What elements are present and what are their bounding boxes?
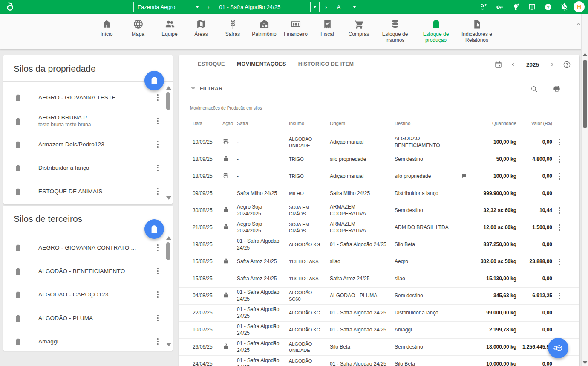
- filter-button[interactable]: FILTRAR: [190, 85, 222, 92]
- chevron-down-icon[interactable]: [310, 2, 319, 12]
- avatar[interactable]: H: [574, 1, 585, 12]
- next-year-icon[interactable]: [549, 61, 555, 67]
- nav-item-indicadores-e-relat-rios[interactable]: Indicadores e Relatórios: [456, 19, 497, 44]
- nav-item-financeiro[interactable]: Financeiro: [280, 19, 311, 38]
- more-options-icon[interactable]: [154, 163, 161, 173]
- production-movement-icon: [553, 343, 564, 354]
- field-selector[interactable]: A: [333, 2, 359, 12]
- more-options-icon[interactable]: [154, 93, 161, 102]
- row-menu-icon[interactable]: [556, 206, 563, 215]
- list-item[interactable]: ESTOQUE DE ANIMAIS: [3, 180, 165, 203]
- chevron-down-icon[interactable]: [193, 2, 202, 12]
- more-options-icon[interactable]: [154, 243, 161, 253]
- scroll-up-icon[interactable]: [166, 236, 171, 240]
- nav-item-label: Indicadores e Relatórios: [456, 32, 497, 44]
- scroll-thumb[interactable]: [166, 92, 170, 110]
- nav-item-compras[interactable]: Compras: [343, 19, 375, 38]
- table-row: 09/09/25Safra Milho 24/25MILHOSafra Milh…: [179, 185, 579, 202]
- print-icon[interactable]: [553, 85, 561, 93]
- cell-insumo: SOJA EM GRÃOS: [289, 221, 330, 234]
- scroll-thumb[interactable]: [583, 60, 587, 128]
- page-scrollbar[interactable]: [581, 14, 588, 366]
- scroll-down-icon[interactable]: [582, 361, 588, 364]
- cell-acao: [222, 257, 237, 267]
- nav-item-estoque-de-produ-o[interactable]: Estoque de produção: [415, 19, 456, 44]
- row-menu-icon[interactable]: [556, 223, 563, 232]
- list-item[interactable]: AEGRO - GIOVANNA CONTRATO ...: [3, 236, 165, 259]
- list-item[interactable]: ALGODÃO - PLUMA: [3, 306, 165, 330]
- search-icon[interactable]: [530, 85, 538, 93]
- more-options-icon[interactable]: [154, 337, 161, 346]
- silo-name: ALGODÃO - BENEFICIAMENTO: [38, 268, 154, 274]
- more-options-icon[interactable]: [154, 267, 161, 276]
- cell-safra: Safra Arroz 24/25: [237, 276, 289, 282]
- table-row: 21/08/25Aegro Soja 2024/2025SOJA EM GRÃO…: [179, 219, 579, 236]
- cell-destino: Distribuidor a lanço: [395, 190, 476, 197]
- add-silo-terceiros-button[interactable]: [144, 219, 164, 239]
- more-options-icon[interactable]: [154, 116, 161, 126]
- scroll-down-icon[interactable]: [166, 343, 171, 346]
- nav-item-in-cio[interactable]: Início: [91, 19, 122, 38]
- row-menu-icon[interactable]: [556, 155, 563, 164]
- silo-name: AEGRO - GIOVANNA TESTE: [38, 94, 154, 101]
- nav-item-fiscal[interactable]: Fiscal: [311, 19, 343, 38]
- more-options-icon[interactable]: [154, 140, 161, 149]
- silo-name: AEGRO - GIOVANNA CONTRATO ...: [38, 244, 154, 251]
- more-options-icon[interactable]: [154, 314, 161, 323]
- tab-hist-rico-de-item[interactable]: HISTÓRICO DE ITEM: [292, 55, 360, 73]
- nav-item-equipe[interactable]: Equipe: [154, 19, 185, 38]
- tab-estoque[interactable]: ESTOQUE: [192, 55, 231, 73]
- help-outline-icon[interactable]: [563, 61, 571, 69]
- list-item[interactable]: Distribuidor a lanço: [3, 156, 165, 180]
- nav-item-patrim-nio[interactable]: Patrimônio: [248, 19, 280, 38]
- year-navigator: 2025: [494, 55, 571, 73]
- nav-item--reas[interactable]: Áreas: [185, 19, 217, 38]
- nav-item-estoque-de-insumos[interactable]: Estoque de insumos: [375, 19, 415, 44]
- list-item[interactable]: AEGRO BRUNA Pteste bruna teste bruna: [3, 109, 165, 133]
- nav-item-label: Safras: [225, 32, 240, 38]
- scroll-thumb[interactable]: [166, 242, 170, 260]
- list-scrollbar[interactable]: [166, 236, 171, 346]
- row-menu-icon[interactable]: [556, 257, 563, 267]
- list-scrollbar[interactable]: [166, 86, 171, 200]
- topbar-notifications-off-icon[interactable]: [560, 3, 568, 11]
- row-menu-icon[interactable]: [556, 172, 563, 181]
- list-item[interactable]: ALGODÃO - CAROÇO123: [3, 283, 165, 306]
- scroll-up-icon[interactable]: [582, 53, 588, 56]
- table-row: 30/08/25Aegro Soja 2024/2025SOJA EM GRÃO…: [179, 202, 579, 219]
- list-item[interactable]: ALGODÃO - BENEFICIAMENTO: [3, 259, 165, 283]
- cell-quantidade: 345,63 kg: [476, 293, 518, 299]
- cell-safra: Safra Arroz 24/25: [237, 259, 289, 265]
- list-item[interactable]: Armazem Dois/Pedro123: [3, 133, 165, 156]
- topbar-lightbulb-plus-icon[interactable]: [512, 3, 520, 11]
- row-menu-icon[interactable]: [556, 291, 563, 301]
- previous-year-icon[interactable]: [510, 61, 516, 67]
- topbar-aegro-plus-icon[interactable]: [479, 3, 487, 11]
- season-selector[interactable]: 01 - Safra Algodão 24/25: [215, 2, 320, 12]
- tab-movimenta-es[interactable]: MOVIMENTAÇÕES: [231, 55, 292, 73]
- column-header-quantidade: Quantidade: [476, 120, 518, 126]
- scroll-up-icon[interactable]: [166, 86, 171, 90]
- nav-item-mapa[interactable]: Mapa: [122, 19, 154, 38]
- topbar-help-icon[interactable]: ?: [544, 3, 552, 11]
- farm-selector[interactable]: Fazenda Aegro: [133, 2, 202, 12]
- cell-safra: 01 - Safra Algodão 24/25: [237, 323, 289, 337]
- add-silo-propriedade-button[interactable]: [144, 71, 164, 90]
- cell-destino: Sem destino: [395, 156, 476, 163]
- topbar-key-icon[interactable]: [496, 3, 504, 11]
- weighing-icon: [222, 206, 230, 213]
- more-options-icon[interactable]: [154, 290, 161, 299]
- more-options-icon[interactable]: [154, 187, 161, 196]
- topbar-book-icon[interactable]: [528, 3, 536, 11]
- list-item[interactable]: AEGRO - GIOVANNA TESTE: [3, 86, 165, 109]
- cell-acao: [222, 138, 237, 147]
- cell-safra: 01 - Safra Algodão 24/25: [237, 306, 289, 320]
- new-movement-button[interactable]: [548, 338, 568, 358]
- cell-data: 30/08/25: [193, 207, 222, 214]
- calendar-icon[interactable]: [494, 61, 502, 69]
- row-menu-icon[interactable]: [556, 138, 563, 147]
- list-item[interactable]: Amaggi: [3, 330, 165, 350]
- nav-item-safras[interactable]: Safras: [217, 19, 248, 38]
- chevron-down-icon[interactable]: [350, 2, 359, 12]
- scroll-down-icon[interactable]: [166, 196, 171, 200]
